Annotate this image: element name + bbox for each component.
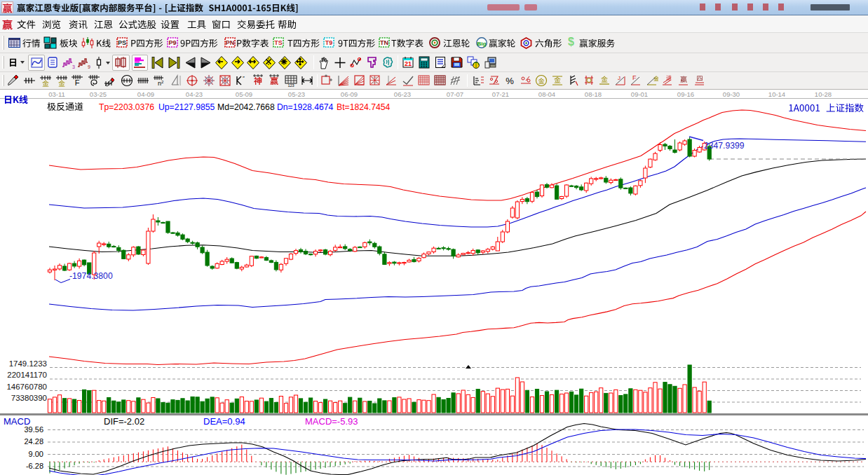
svg-text:03-25: 03-25 [90,90,107,98]
svg-text:Md=2042.7668: Md=2042.7668 [217,102,275,112]
svg-text:04-09: 04-09 [137,90,154,98]
svg-text:146760780: 146760780 [6,383,47,391]
svg-text:Dn=1928.4674: Dn=1928.4674 [277,102,334,112]
svg-text:05-23: 05-23 [288,90,305,98]
svg-text:24.28: 24.28 [24,437,43,446]
svg-text:06-23: 06-23 [394,90,411,98]
svg-text:09-30: 09-30 [723,90,740,98]
svg-text:″: ″ [243,75,245,81]
svg-text:9.00: 9.00 [29,450,43,458]
svg-text:Up=2127.9855: Up=2127.9855 [158,102,215,112]
svg-text:10-28: 10-28 [815,90,832,98]
svg-text:07-07: 07-07 [447,90,463,98]
svg-text:F: F [75,78,80,87]
svg-text:73380390: 73380390 [11,394,47,402]
svg-text:MACD=-5.93: MACD=-5.93 [305,416,358,427]
svg-text:J: J [618,75,621,81]
svg-text:09-16: 09-16 [677,90,694,98]
svg-text:1749.1233: 1749.1233 [9,359,47,368]
svg-text:-6.28: -6.28 [26,462,43,470]
svg-text:09-01: 09-01 [631,90,648,98]
svg-text:10-14: 10-14 [768,90,785,98]
svg-text:05-09: 05-09 [236,90,252,98]
svg-text:06-09: 06-09 [341,90,358,98]
svg-text:%: % [506,76,514,86]
svg-text:08-18: 08-18 [585,90,602,98]
svg-text:08-04: 08-04 [538,90,555,98]
svg-text:39.56: 39.56 [24,425,43,434]
svg-text:3: 3 [72,64,75,69]
svg-text:2347.9399: 2347.9399 [704,141,745,151]
svg-text:07-21: 07-21 [492,90,509,98]
svg-text:n2: n2 [158,80,164,87]
svg-text:9: 9 [88,64,90,69]
svg-text:220141170: 220141170 [7,371,47,379]
svg-text:Tp=2203.0376: Tp=2203.0376 [99,102,154,112]
svg-text:DIF=-2.02: DIF=-2.02 [104,416,144,427]
svg-text:Bt=1824.7454: Bt=1824.7454 [337,102,390,112]
svg-text:04-23: 04-23 [186,90,203,98]
svg-text:03-11: 03-11 [48,90,65,98]
svg-text:21: 21 [405,60,412,67]
svg-text:F: F [632,74,637,81]
svg-text:DEA=0.94: DEA=0.94 [203,416,245,427]
svg-text:123: 123 [287,83,294,88]
svg-text:-1974.3800: -1974.3800 [69,271,113,281]
